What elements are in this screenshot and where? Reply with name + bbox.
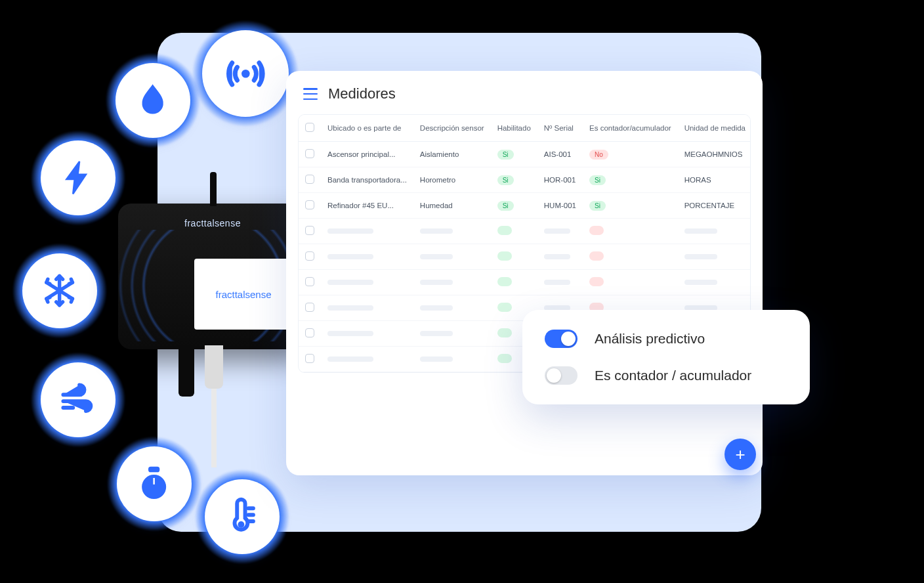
select-all-checkbox[interactable] bbox=[305, 123, 314, 132]
col-desc[interactable]: Descripción sensor bbox=[413, 115, 491, 142]
svg-point-4 bbox=[238, 521, 245, 528]
counter-accumulator-label: Es contador / acumulador bbox=[595, 368, 751, 383]
row-checkbox[interactable] bbox=[305, 303, 314, 312]
cell-desc: Horometro bbox=[413, 167, 491, 193]
svg-rect-3 bbox=[153, 477, 156, 485]
col-counter[interactable]: Es contador/acumulador bbox=[583, 115, 678, 142]
device-screen: fracttalsense bbox=[194, 259, 293, 330]
cell-location: Banda transportadora... bbox=[321, 167, 413, 193]
cell-desc: Aislamiento bbox=[413, 142, 491, 167]
stopwatch-icon bbox=[117, 446, 192, 521]
wind-icon bbox=[41, 362, 116, 437]
cell-unit: MEGAOHMNIOS bbox=[678, 142, 751, 167]
cell-unit: PORCENTAJE bbox=[678, 193, 751, 219]
table-header-row: Ubicado o es parte de Descripción sensor… bbox=[299, 115, 751, 142]
predictive-analysis-label: Análisis predictivo bbox=[595, 331, 705, 347]
cell-serial: HOR-001 bbox=[537, 167, 583, 193]
cell-unit: HORAS bbox=[678, 167, 751, 193]
table-row-placeholder bbox=[299, 270, 751, 295]
svg-rect-1 bbox=[150, 467, 159, 471]
cell-desc: Humedad bbox=[413, 193, 491, 219]
device-brand-top: fracttalsense bbox=[118, 218, 307, 228]
cell-location: Ascensor principal... bbox=[321, 142, 413, 167]
page-title: Medidores bbox=[328, 85, 396, 102]
predictive-analysis-toggle[interactable] bbox=[545, 330, 578, 348]
row-checkbox[interactable] bbox=[305, 226, 314, 235]
add-button[interactable]: + bbox=[724, 439, 756, 470]
counter-accumulator-toggle[interactable] bbox=[545, 366, 578, 385]
snowflake-icon bbox=[22, 253, 97, 328]
thermometer-icon bbox=[205, 479, 280, 554]
counter-pill: Si bbox=[589, 175, 606, 185]
cell-serial: HUM-001 bbox=[537, 193, 583, 219]
enabled-pill: Si bbox=[497, 150, 514, 160]
counter-pill: No bbox=[589, 150, 608, 160]
col-location[interactable]: Ubicado o es parte de bbox=[321, 115, 413, 142]
row-checkbox[interactable] bbox=[305, 251, 314, 261]
table-row[interactable]: Banda transportadora... Horometro Si HOR… bbox=[299, 167, 751, 193]
counter-pill: Si bbox=[589, 201, 606, 211]
toggle-card: Análisis predictivo Es contador / acumul… bbox=[522, 310, 810, 404]
table-row-placeholder bbox=[299, 244, 751, 270]
signal-icon bbox=[202, 30, 289, 117]
cell-location: Refinador #45 EU... bbox=[321, 193, 413, 219]
row-checkbox[interactable] bbox=[305, 328, 314, 337]
bolt-icon bbox=[41, 140, 116, 215]
iot-device: fracttalsense fracttalsense bbox=[118, 204, 307, 349]
menu-icon[interactable] bbox=[303, 88, 318, 100]
row-checkbox[interactable] bbox=[305, 200, 314, 209]
row-checkbox[interactable] bbox=[305, 175, 314, 184]
drop-icon bbox=[116, 63, 190, 138]
table-row[interactable]: Ascensor principal... Aislamiento Si AIS… bbox=[299, 142, 751, 167]
table-row-placeholder bbox=[299, 219, 751, 244]
device-screen-brand: fracttalsense bbox=[215, 289, 271, 300]
row-checkbox[interactable] bbox=[305, 277, 314, 286]
table-row[interactable]: Refinador #45 EU... Humedad Si HUM-001 S… bbox=[299, 193, 751, 219]
col-unit[interactable]: Unidad de medida bbox=[678, 115, 751, 142]
row-checkbox[interactable] bbox=[305, 149, 314, 158]
enabled-pill: Si bbox=[497, 201, 514, 211]
app-window: Medidores Ubicado o es parte de Descripc… bbox=[286, 71, 763, 475]
svg-point-0 bbox=[242, 70, 250, 78]
col-serial[interactable]: Nº Serial bbox=[537, 115, 583, 142]
row-checkbox[interactable] bbox=[305, 354, 314, 363]
enabled-pill: Si bbox=[497, 175, 514, 185]
plus-icon: + bbox=[735, 444, 745, 465]
col-enabled[interactable]: Habilitado bbox=[491, 115, 537, 142]
cell-serial: AIS-001 bbox=[537, 142, 583, 167]
